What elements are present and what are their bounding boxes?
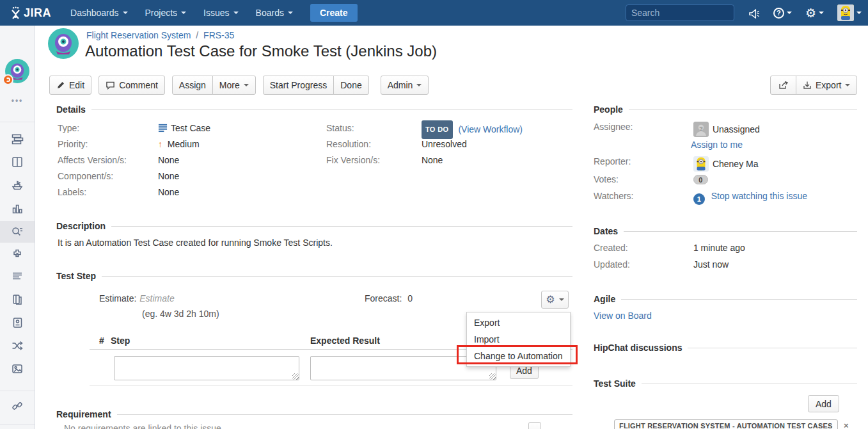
admin-settings-menu[interactable]: ⚙ (805, 7, 824, 19)
sidebar-item-board[interactable] (0, 151, 35, 173)
estimate-input[interactable] (139, 293, 216, 304)
test-suite-add-button[interactable]: Add (808, 395, 839, 412)
bar-chart-icon (11, 202, 24, 215)
jira-issue-page: JIRA Dashboards Projects Issues Boards C… (0, 0, 868, 429)
nav-menu: Dashboards Projects Issues Boards (70, 8, 293, 18)
chevron-down-icon (845, 84, 850, 86)
votes-row: Votes: 0 (594, 174, 708, 184)
field-resolution: Resolution: Unresolved (326, 136, 576, 152)
field-status: Status: TO DO (View Workflow) (326, 120, 576, 136)
sidebar-project-avatar[interactable] (5, 59, 29, 83)
sidebar-item-reports[interactable] (0, 198, 35, 220)
votes-badge[interactable]: 0 (693, 175, 708, 184)
step-column-number: # (99, 336, 104, 346)
view-on-board-link[interactable]: View on Board (594, 311, 652, 321)
help-menu[interactable]: ? (773, 8, 792, 19)
share-icon (778, 81, 789, 90)
jira-logo[interactable]: JIRA (10, 6, 51, 20)
sidebar-item-contacts[interactable] (0, 312, 35, 334)
breadcrumb-project-link[interactable]: Flight Reservation System (86, 30, 191, 40)
assign-group: Assign More (172, 76, 256, 95)
view-workflow-link[interactable]: (View Workflow) (458, 124, 523, 134)
nav-dashboards[interactable]: Dashboards (70, 8, 128, 18)
announcement-megaphone-icon[interactable] (748, 8, 760, 19)
details-right-column: Status: TO DO (View Workflow) Resolution… (326, 120, 576, 168)
sidebar-item-media[interactable] (0, 358, 35, 380)
details-left-column: Type: Test Case Priority: ↑ Medium Affec… (58, 120, 320, 200)
sidebar-item-pages[interactable] (0, 289, 35, 311)
chevron-down-icon (787, 12, 792, 14)
field-fix-versions: Fix Version/s: None (326, 152, 576, 168)
search-box (626, 4, 734, 21)
pages-icon (11, 293, 24, 306)
assign-to-me-link[interactable]: Assign to me (691, 140, 743, 150)
menu-item-change-to-automation[interactable]: Change to Automation (467, 348, 570, 364)
test-suite-section-heading: Test Suite (594, 378, 857, 389)
description-section-heading: Description (56, 220, 572, 232)
step-input[interactable] (114, 356, 299, 380)
watchers-row: Watchers: 1 Stop watching this issue (594, 191, 807, 205)
step-column-expected: Expected Result (310, 336, 380, 346)
sidebar-item-workflow[interactable] (0, 335, 35, 357)
nav-issues[interactable]: Issues (203, 8, 238, 18)
people-section-heading: People (594, 104, 857, 115)
chevron-down-icon (244, 84, 249, 86)
chevron-down-icon (819, 12, 824, 14)
sidebar-item-releases[interactable] (0, 174, 35, 196)
requirement-add-button[interactable] (528, 422, 541, 429)
stop-watching-link[interactable]: Stop watching this issue (711, 191, 807, 201)
assign-button[interactable]: Assign (172, 76, 213, 95)
assignee-row: Assignee: ? Unassigned (594, 122, 760, 137)
test-step-section-heading: Test Step (56, 270, 572, 282)
chevron-down-icon (233, 12, 239, 14)
sidebar-item-issues-selected[interactable] (0, 221, 35, 243)
address-book-icon (11, 316, 24, 329)
description-text: It is an Automation Test Case created fo… (58, 238, 333, 248)
dates-section-heading: Dates (594, 225, 857, 237)
shuffle-icon (11, 339, 24, 352)
remove-tag-icon[interactable]: × (844, 421, 849, 429)
test-suite-tag-row: FLIGHT RESERVATION SYSTEM - AUTOMATION T… (614, 419, 849, 429)
menu-item-import[interactable]: Import (467, 331, 570, 348)
test-step-gear-button[interactable]: ⚙ (541, 291, 569, 309)
chevron-down-icon (856, 12, 862, 14)
project-avatar (48, 28, 79, 59)
user-profile-menu[interactable] (837, 4, 862, 21)
watchers-badge[interactable]: 1 (693, 193, 705, 205)
start-progress-button[interactable]: Start Progress (263, 76, 334, 95)
sidebar-divider (0, 391, 35, 391)
user-avatar (837, 4, 854, 21)
more-button[interactable]: More (212, 76, 256, 95)
menu-item-export[interactable]: Export (467, 314, 570, 331)
puzzle-icon (11, 248, 24, 261)
help-icon: ? (773, 8, 784, 19)
sidebar-item-summary[interactable] (0, 266, 35, 287)
requirement-section-heading: Requirement (56, 409, 572, 420)
done-button[interactable]: Done (333, 76, 368, 95)
jira-logo-icon (10, 6, 21, 19)
sidebar-item-links[interactable] (0, 395, 35, 417)
sidebar-divider (0, 122, 35, 122)
nav-projects[interactable]: Projects (145, 8, 187, 18)
create-button[interactable]: Create (310, 4, 358, 22)
nav-boards[interactable]: Boards (256, 8, 293, 18)
edit-button[interactable]: Edit (49, 76, 91, 95)
text-lines-icon (11, 270, 24, 283)
sidebar-more-icon[interactable]: ••• (0, 96, 35, 105)
test-case-type-icon (158, 123, 168, 133)
workflow-group: Start Progress Done (263, 76, 369, 95)
export-button[interactable]: Export (796, 76, 857, 95)
comment-button[interactable]: Comment (99, 76, 165, 95)
sidebar-item-components[interactable] (0, 243, 35, 265)
comment-bubble-icon (106, 81, 115, 90)
svg-text:?: ? (699, 125, 703, 132)
forecast-value: 0 (407, 293, 413, 304)
admin-button[interactable]: Admin (381, 76, 429, 95)
test-suite-tag[interactable]: FLIGHT RESERVATION SYSTEM - AUTOMATION T… (614, 419, 838, 429)
breadcrumb-issue-key-link[interactable]: FRS-35 (203, 30, 234, 40)
search-input[interactable] (631, 8, 747, 18)
share-button[interactable] (770, 76, 796, 95)
sidebar-item-backlog[interactable] (0, 128, 35, 150)
reporter-avatar-icon (693, 156, 709, 172)
sidebar-divider (0, 424, 35, 425)
